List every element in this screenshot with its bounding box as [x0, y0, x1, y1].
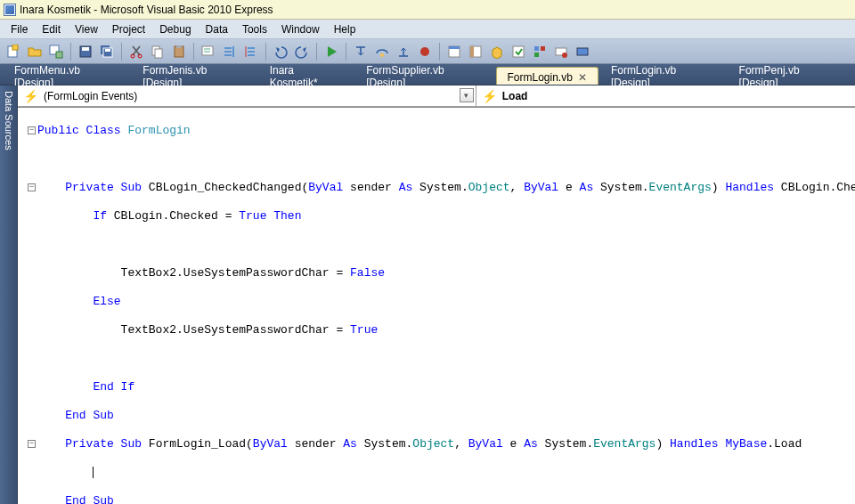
code-editor-zone: ⚡ (FormLogin Events) ▾ ⚡ Load ▾ −Public …: [18, 85, 855, 504]
menu-tools[interactable]: Tools: [235, 21, 274, 37]
lightning-icon: ⚡: [23, 89, 38, 103]
title-bar: Inara Kosmetik - Microsoft Visual Basic …: [0, 0, 855, 20]
menu-file[interactable]: File: [4, 21, 35, 37]
svg-rect-35: [534, 53, 539, 57]
member-selectors: ⚡ (FormLogin Events) ▾ ⚡ Load ▾: [18, 85, 855, 107]
window1-icon[interactable]: [444, 42, 464, 61]
start-debug-icon[interactable]: [322, 42, 341, 61]
close-icon[interactable]: ✕: [578, 71, 587, 84]
svg-rect-1: [12, 45, 18, 50]
paste-icon[interactable]: [169, 42, 189, 61]
svg-rect-15: [202, 46, 213, 55]
code-editor[interactable]: −Public Class FormLogin − Private Sub CB…: [18, 107, 855, 504]
object-browser-icon[interactable]: [530, 42, 550, 61]
properties-icon[interactable]: [509, 42, 528, 61]
svg-rect-3: [56, 52, 62, 58]
step-into-icon[interactable]: [351, 42, 370, 61]
uncomment-icon[interactable]: [241, 42, 261, 61]
data-sources-label: Data Sources: [4, 91, 14, 150]
lightning-icon: ⚡: [482, 89, 497, 103]
svg-rect-31: [470, 46, 474, 57]
save-icon[interactable]: [76, 42, 95, 61]
open-icon[interactable]: [25, 42, 45, 61]
cut-icon[interactable]: [126, 42, 146, 61]
outline-collapse-icon[interactable]: −: [28, 183, 36, 191]
menu-help[interactable]: Help: [327, 21, 363, 37]
new-project-icon[interactable]: [4, 42, 23, 61]
class-selector-value: (FormLogin Events): [44, 90, 137, 102]
svg-rect-5: [82, 47, 89, 51]
toolbar: [0, 39, 855, 64]
outline-collapse-icon[interactable]: −: [28, 440, 36, 448]
class-selector[interactable]: ⚡ (FormLogin Events) ▾: [18, 85, 476, 106]
comment-icon[interactable]: [220, 42, 240, 61]
more-icon[interactable]: [573, 42, 592, 61]
step-out-icon[interactable]: [394, 42, 413, 61]
tab-formmenu-design[interactable]: FormMenu.vb [Design]: [4, 67, 130, 85]
menu-data[interactable]: Data: [199, 21, 235, 37]
text-caret: [93, 467, 94, 478]
svg-rect-8: [105, 49, 110, 52]
add-item-icon[interactable]: [46, 42, 66, 61]
chevron-down-icon[interactable]: ▾: [460, 88, 474, 102]
tab-formlogin-design[interactable]: FormLogin.vb [Design]: [600, 67, 727, 85]
menu-bar: File Edit View Project Debug Data Tools …: [0, 20, 855, 39]
tab-formsupplier-design[interactable]: FormSupplier.vb [Design]: [355, 67, 493, 85]
redo-icon[interactable]: [292, 42, 312, 61]
method-selector-value: Load: [502, 90, 528, 102]
svg-rect-14: [176, 45, 182, 48]
app-icon: [4, 4, 16, 16]
menu-window[interactable]: Window: [274, 21, 327, 37]
toolbox-icon[interactable]: [487, 42, 507, 61]
extensions-icon[interactable]: [551, 42, 571, 61]
tab-formpenj-design[interactable]: FormPenj.vb [Design]: [729, 67, 850, 85]
window-title: Inara Kosmetik - Microsoft Visual Basic …: [20, 4, 273, 16]
data-sources-panel[interactable]: Data Sources: [0, 85, 18, 504]
undo-icon[interactable]: [271, 42, 290, 61]
svg-point-27: [420, 47, 429, 56]
step-over-icon[interactable]: [372, 42, 392, 61]
svg-point-37: [562, 53, 567, 58]
copy-icon[interactable]: [148, 42, 167, 61]
svg-rect-33: [534, 46, 539, 51]
document-tabs: FormMenu.vb [Design] FormJenis.vb [Desig…: [0, 64, 855, 85]
menu-view[interactable]: View: [68, 21, 105, 37]
save-all-icon[interactable]: [97, 42, 117, 61]
breakpoints-icon[interactable]: [415, 42, 435, 61]
svg-rect-12: [155, 49, 162, 58]
menu-debug[interactable]: Debug: [152, 21, 198, 37]
svg-rect-38: [577, 48, 588, 55]
svg-rect-29: [449, 46, 460, 49]
svg-point-26: [380, 53, 384, 57]
menu-project[interactable]: Project: [105, 21, 152, 37]
window2-icon[interactable]: [466, 42, 485, 61]
outline-collapse-icon[interactable]: −: [28, 126, 36, 134]
tab-formjenis-design[interactable]: FormJenis.vb [Design]: [132, 67, 256, 85]
find-icon[interactable]: [199, 42, 218, 61]
menu-edit[interactable]: Edit: [35, 21, 68, 37]
tab-formlogin-code[interactable]: FormLogin.vb✕: [496, 67, 598, 85]
tab-inara-kosmetik[interactable]: Inara Kosmetik*: [259, 67, 354, 85]
method-selector[interactable]: ⚡ Load ▾: [476, 85, 855, 106]
svg-rect-34: [541, 46, 545, 51]
